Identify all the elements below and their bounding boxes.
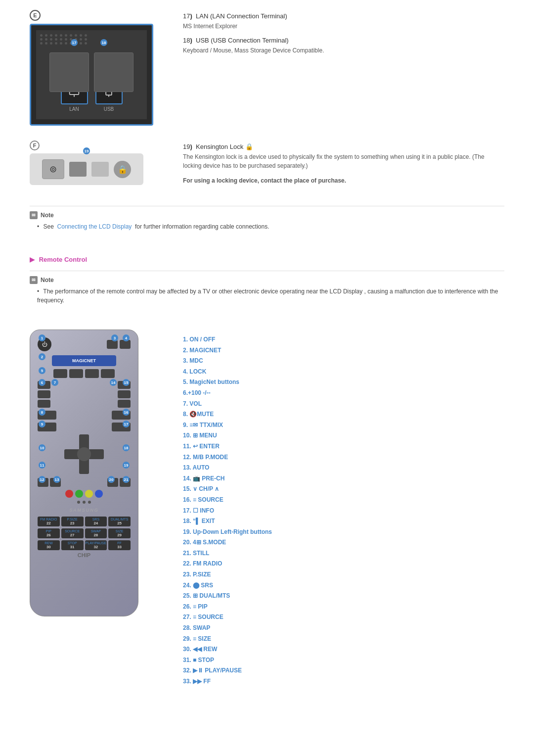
section-18-title: 18) USB (USB Connection Terminal) (183, 37, 504, 44)
magicnet-btn[interactable]: MAGICNET (52, 355, 116, 366)
magicnet-btn-a[interactable] (53, 369, 67, 378)
btn-item-28: 28. SWAP (183, 623, 504, 634)
ch-dn-btn[interactable] (118, 390, 131, 398)
source-btn-side[interactable] (118, 400, 131, 408)
psize-top: P.SIZE (61, 518, 84, 521)
stop-num: 31 (61, 545, 84, 549)
mdc-btn[interactable] (107, 340, 118, 349)
srs-btn[interactable]: SRS 24 (85, 517, 107, 526)
btn-6-label: 6 (39, 379, 45, 386)
bullet-1: • (37, 223, 39, 230)
rew-num: 30 (38, 545, 60, 549)
btn-item-8: 8. 🔇MUTE (183, 409, 504, 420)
dpad-center-btn[interactable] (77, 447, 91, 461)
play-pause-btn[interactable]: PLAY/PAUSE 32 (85, 540, 107, 550)
port-17-label: 17 (71, 39, 78, 46)
btn-19-label: 19 (123, 462, 130, 469)
kensington-device-image: 19 ⊚ 🔒 (30, 153, 143, 185)
btn-item-19: 19. Up-Down Left-Right buttons (183, 527, 504, 538)
device-inner: 17 18 LAN USB (36, 30, 147, 119)
dpad[interactable] (64, 434, 104, 474)
note-label-2: Note (41, 277, 54, 284)
btn-item-29: 29. ≡ SIZE (183, 634, 504, 645)
size-num: 29 (108, 533, 131, 537)
magicnet-btn-d[interactable] (101, 369, 115, 378)
srs-top: SRS (85, 518, 107, 521)
right-text-section-17-18: 17) LAN (LAN Connection Terminal) MS Int… (183, 10, 504, 126)
btn-item-5: 5. MagicNet buttons (183, 377, 504, 388)
btn-item-16: 16. ≡ SOURCE (183, 495, 504, 506)
rew-btn[interactable]: REW 30 (38, 540, 60, 550)
btn-item-14: 14. 📺 PRE-CH (183, 473, 504, 484)
psize-btn[interactable]: P.SIZE 23 (61, 517, 84, 526)
btn-16-label: 16 (123, 409, 130, 416)
btn-item-4: 4. LOCK (183, 367, 504, 378)
btn-7-label: 7 (51, 379, 58, 386)
btn-item-31: 31. ■ STOP (183, 655, 504, 666)
size-btn[interactable]: SIZE 29 (108, 528, 131, 538)
section-17-18: E (30, 10, 504, 126)
btn-item-26: 26. ≡ PIP (183, 602, 504, 613)
swap-btn[interactable]: SWAP 28 (85, 528, 107, 538)
pip-btn[interactable]: PIP 26 (38, 528, 60, 538)
btn-item-17: 17. ☐ INFO (183, 506, 504, 517)
btn-item-10: 10. ⊞ MENU (183, 430, 504, 441)
btn-17-label: 17 (123, 421, 130, 427)
source-num: 27 (61, 533, 84, 537)
note-header-1: ✉ Note (30, 211, 504, 219)
dual-mts-top: DUAL/MTS (108, 518, 131, 521)
btn-4-label: 4 (123, 334, 130, 341)
remote-brand: SAMSUNG (38, 508, 131, 513)
stop-btn[interactable]: STOP 31 (61, 540, 84, 550)
colored-btn-row (38, 490, 131, 498)
left-image-section: E (30, 10, 168, 126)
btn-14-label: 14 (110, 379, 117, 386)
right-text-section-19: 19) Kensington Lock 🔒 The Kensington loc… (183, 141, 504, 191)
red-btn[interactable] (65, 490, 73, 498)
btn-item-33: 33. ▶▶ FF (183, 676, 504, 687)
usb-label: USB (104, 106, 114, 112)
btn-item-3: 3. MDC (183, 356, 504, 367)
port-18-label: 18 (100, 39, 107, 46)
magicnet-btn-b[interactable] (69, 369, 83, 378)
btn-item-23: 23. P.SIZE (183, 569, 504, 580)
pip-num: 26 (38, 533, 60, 537)
note-icon-2: ✉ (30, 276, 38, 284)
btn-15-label: 15 (123, 379, 130, 386)
btn-item-6: 6.+100 -/-- (183, 388, 504, 399)
note-label-1: Note (41, 212, 54, 219)
circle-label-f: F (30, 141, 40, 150)
ff-top: FF (108, 541, 131, 545)
bullet-2: • (37, 288, 39, 295)
note-link-1[interactable]: Connecting the LCD Display (57, 223, 132, 230)
section-19-desc1: The Kensington lock is a device used to … (183, 152, 504, 170)
ff-btn[interactable]: FF 33 (108, 540, 131, 550)
section-19-desc2: For using a locking device, contact the … (183, 176, 504, 185)
green-btn[interactable] (75, 490, 83, 498)
kens-lock: 🔒 (114, 161, 131, 178)
btn-item-2: 2. MAGICNET (183, 345, 504, 356)
source-btn[interactable]: SOURCE 27 (61, 528, 84, 538)
btn-item-22: 22. FM RADIO (183, 559, 504, 569)
kens-slot-left: ⊚ (42, 159, 64, 179)
vol-minus-btn[interactable] (38, 390, 50, 398)
magicnet-btn-c[interactable] (85, 369, 99, 378)
psize-num: 23 (61, 521, 84, 525)
note-section-2: ✉ Note • The performance of the remote c… (30, 271, 504, 305)
fm-radio-btn[interactable]: FM RADIO 22 (38, 517, 60, 526)
ff-num: 33 (108, 545, 131, 549)
dual-mts-btn[interactable]: DUAL/MTS 25 (108, 517, 131, 526)
plus100-btn[interactable] (38, 400, 50, 408)
yellow-btn[interactable] (85, 490, 93, 498)
btn-8-label: 8 (39, 409, 45, 416)
btn-item-25: 25. ⊞ DUAL/MTS (183, 591, 504, 602)
remote-body: 1 ⏻ 3 4 2 MAGICNET (30, 330, 138, 616)
panel-row-3: REW 30 STOP 31 PLAY/PAUSE 32 FF 33 (38, 540, 131, 550)
btn-item-7: 7. VOL (183, 399, 504, 410)
chip-label: CHIP (38, 552, 131, 558)
btn-21-label: 21 (123, 476, 130, 483)
blue-btn[interactable] (95, 490, 103, 498)
fm-radio-num: 22 (38, 521, 60, 525)
size-top: SIZE (108, 529, 131, 533)
btn-item-13: 13. AUTO (183, 463, 504, 473)
